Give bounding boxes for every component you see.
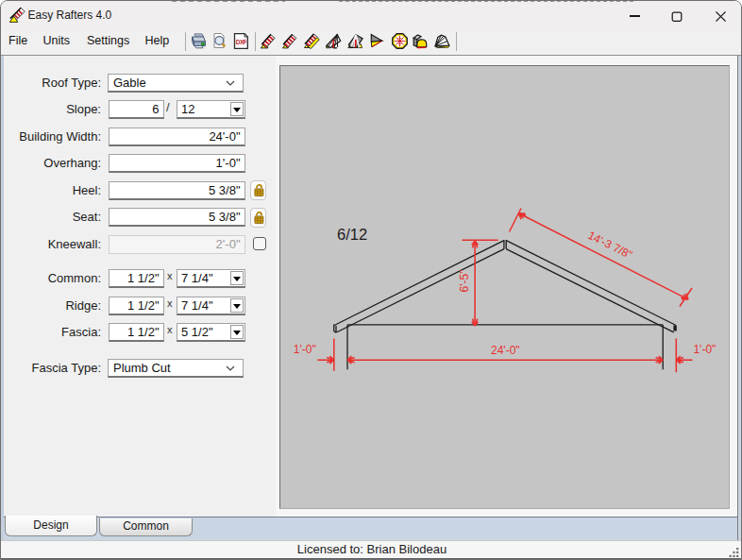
svg-text:6/12: 6/12	[337, 226, 367, 243]
svg-text:6'-5": 6'-5"	[458, 270, 471, 293]
svg-text:24'-0": 24'-0"	[491, 344, 520, 357]
svg-text:1'-0": 1'-0"	[693, 343, 716, 356]
svg-text:DXF: DXF	[235, 39, 246, 45]
svg-text:14'-3 7/8": 14'-3 7/8"	[586, 229, 634, 262]
svg-text:1'-0": 1'-0"	[294, 343, 316, 356]
